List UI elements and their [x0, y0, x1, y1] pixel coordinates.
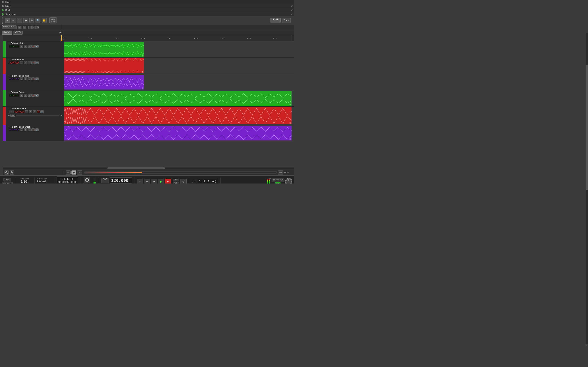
in-label-distorted-snare[interactable]: IN▾: [10, 114, 15, 117]
browser-tab[interactable]: BROWSER: [1, 19, 4, 21]
bpm-up[interactable]: ▲: [129, 179, 131, 180]
v-btn-reenveloped-snare[interactable]: Ψ: [27, 128, 31, 131]
track-clips-original-kick[interactable]: // Generated in SVG directly: [64, 42, 294, 58]
zoom-out-button[interactable]: [4, 170, 9, 175]
m-btn-distorted-kick[interactable]: M: [20, 61, 23, 64]
m-btn-reenveloped-snare[interactable]: M: [20, 128, 23, 131]
snap-button[interactable]: SNAP: [270, 18, 281, 23]
manual-rec-button[interactable]: MANUAL REC: [2, 25, 17, 29]
track-clips-reenveloped-kick[interactable]: [64, 74, 294, 90]
clip-original-kick[interactable]: // Generated in SVG directly: [64, 42, 144, 57]
m-btn-reenveloped-kick[interactable]: M: [20, 77, 23, 80]
edit-mode-button[interactable]: EDIT MODE: [49, 17, 57, 24]
mixer-row[interactable]: Mixer ⤢: [0, 4, 294, 8]
position-bar[interactable]: [84, 171, 277, 174]
rewind-button[interactable]: ⏮: [137, 179, 143, 184]
pos-cnt-down[interactable]: ▼: [215, 182, 216, 183]
q-record-arrows[interactable]: ▲ ▼: [27, 180, 29, 183]
keys-button[interactable]: KEYS: [3, 178, 11, 182]
rec-btn-reenveloped-snare[interactable]: ●: [31, 128, 35, 131]
song-button[interactable]: SONG: [13, 31, 23, 35]
vol-btn-original-snare[interactable]: 🔊: [35, 94, 39, 97]
sequencer-row[interactable]: Sequencer ⤢: [0, 12, 294, 16]
clip-resize-original-kick[interactable]: [142, 55, 143, 57]
stop-button[interactable]: ■: [151, 179, 157, 184]
pan-tool[interactable]: ✋: [42, 18, 47, 23]
play-button[interactable]: ▶: [158, 179, 164, 184]
track-clips-distorted-snare[interactable]: [64, 107, 294, 125]
rec-btn-distorted-kick[interactable]: ●: [31, 61, 35, 64]
pos-arrows[interactable]: ▲ ▼: [72, 177, 73, 180]
s-btn-distorted-kick[interactable]: S: [24, 61, 27, 64]
fast-forward-button[interactable]: ⏭: [144, 179, 150, 184]
down-arrow-button[interactable]: ▼: [32, 26, 35, 29]
track-clips-distorted-kick[interactable]: [64, 58, 294, 74]
block-button[interactable]: BLOCK: [2, 31, 12, 35]
clip-resize-distorted-kick[interactable]: [142, 71, 143, 73]
groove-button[interactable]: GROOVE: [2, 182, 13, 184]
hscrollbar-track[interactable]: [61, 167, 292, 169]
loop-button[interactable]: ↺: [181, 179, 187, 184]
nav-right-button[interactable]: →: [77, 170, 82, 175]
grid-button[interactable]: ⊞: [36, 26, 39, 29]
dub-button[interactable]: DUB: [173, 179, 179, 182]
s-button[interactable]: S: [23, 26, 26, 29]
rec-btn-distorted-snare[interactable]: ●: [36, 110, 40, 113]
vol-btn-distorted-kick[interactable]: 🔊: [35, 61, 39, 64]
clip-resize-reenveloped-snare[interactable]: [290, 138, 291, 140]
vol-btn-reenveloped-snare[interactable]: 🔊: [35, 128, 39, 131]
add-track-button[interactable]: +: [28, 26, 32, 29]
v-btn-reenveloped-kick[interactable]: Ψ: [27, 77, 31, 80]
clip-original-snare[interactable]: [64, 91, 292, 106]
sync-down[interactable]: ▼: [46, 182, 48, 183]
v-btn-distorted-snare[interactable]: Ψ: [33, 110, 36, 113]
delay-comp-on-button[interactable]: ON: [275, 182, 281, 184]
m-btn-distorted-snare[interactable]: M: [25, 110, 28, 113]
clip-distorted-kick[interactable]: [64, 58, 144, 73]
bpm-down[interactable]: ▼: [129, 180, 131, 182]
pencil-tool[interactable]: ✏: [11, 18, 16, 23]
s-btn-original-snare[interactable]: S: [24, 94, 27, 97]
vol-btn-original-kick[interactable]: 🔊: [35, 45, 39, 48]
v-btn-original-snare[interactable]: Ψ: [27, 94, 31, 97]
rec-btn-original-snare[interactable]: ●: [31, 94, 35, 97]
hscrollbar[interactable]: [3, 167, 294, 169]
click-pre-button[interactable]: [84, 177, 90, 183]
zoom-in-button[interactable]: [10, 170, 14, 175]
track-clips-original-snare[interactable]: [64, 90, 294, 106]
loop-tool[interactable]: ⊕: [29, 18, 34, 23]
rec-btn-original-kick[interactable]: ●: [31, 45, 35, 48]
clip-reenveloped-snare[interactable]: [64, 125, 292, 141]
nav-play-button[interactable]: ▶: [71, 170, 76, 175]
sync-arrows[interactable]: ▲ ▼: [46, 180, 48, 183]
play-btn-distorted-snare[interactable]: ▶: [9, 110, 13, 113]
pos-cnt-up[interactable]: ▲: [215, 180, 216, 182]
record-button[interactable]: ●: [165, 179, 171, 184]
select-tool[interactable]: ↖: [5, 18, 10, 23]
alt-button[interactable]: ALT: [173, 182, 179, 184]
clip-reenveloped-kick[interactable]: [64, 75, 144, 90]
clip-distorted-snare[interactable]: [64, 107, 292, 124]
s-btn-original-kick[interactable]: S: [24, 45, 27, 48]
m-btn-original-snare[interactable]: M: [20, 94, 23, 97]
pos-down[interactable]: ▼: [72, 179, 73, 180]
vol-btn-reenveloped-kick[interactable]: 🔊: [35, 77, 39, 80]
q-down[interactable]: ▼: [27, 182, 29, 183]
sync-up[interactable]: ▲: [46, 180, 48, 181]
master-knob[interactable]: [285, 178, 292, 184]
rack-row[interactable]: Rack ⤢: [0, 8, 294, 12]
pos-up[interactable]: ▲: [72, 177, 73, 179]
s-btn-distorted-snare[interactable]: S: [29, 110, 32, 113]
nav-left-button[interactable]: ←: [66, 170, 71, 175]
s-btn-reenveloped-snare[interactable]: S: [24, 128, 27, 131]
mute-tool[interactable]: ◆: [23, 18, 28, 23]
tap-button[interactable]: TAP: [102, 178, 109, 183]
track-clips-reenveloped-snare[interactable]: [64, 125, 294, 141]
vol-btn-distorted-snare[interactable]: 🔊: [40, 110, 44, 113]
q-up[interactable]: ▲: [27, 180, 29, 182]
clip-resize-original-snare[interactable]: [290, 104, 291, 105]
m-button[interactable]: M: [18, 26, 21, 29]
rec-btn-reenveloped-kick[interactable]: ●: [31, 77, 35, 80]
vscroll-top[interactable]: [292, 35, 294, 42]
clip-resize-distorted-snare[interactable]: [290, 122, 291, 124]
